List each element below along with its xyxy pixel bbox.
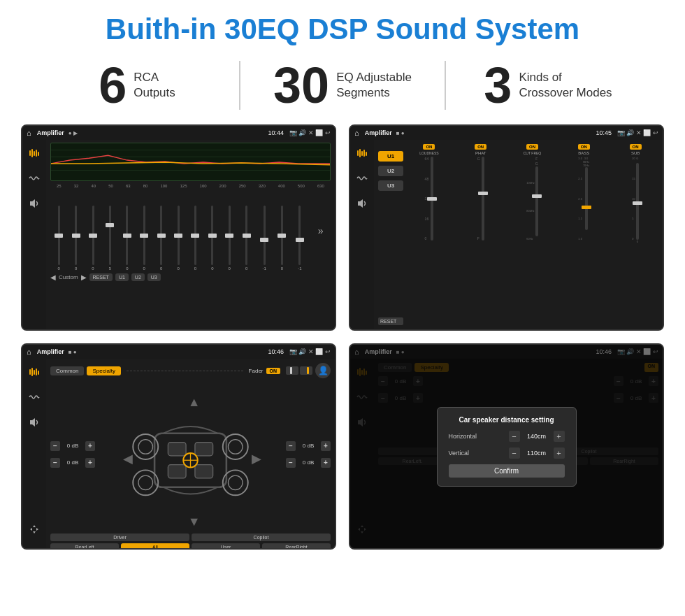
cutfreq-on-btn[interactable]: ON: [526, 144, 538, 150]
eq-prev-icon[interactable]: ◀: [50, 273, 56, 281]
fader-main: Common Specialty Fader ON 👤: [46, 359, 335, 548]
eq-sliders: 0 0 0 5 0: [50, 190, 331, 271]
eq-controls: ◀ Custom ▶ RESET U1 U2 U3: [50, 273, 331, 281]
eq-slider-col-9: 0: [194, 194, 196, 271]
arrows-icon-3[interactable]: [27, 522, 42, 537]
eq-main: 253240506380100125160200250320400500630 …: [46, 140, 335, 329]
btn-rearright[interactable]: RearRight: [262, 543, 331, 550]
horizontal-plus[interactable]: +: [554, 431, 565, 442]
btn-user[interactable]: User: [192, 543, 260, 550]
vol-minus-1[interactable]: −: [50, 441, 60, 451]
svg-rect-11: [361, 151, 363, 156]
eq-icon-3[interactable]: [27, 364, 42, 380]
status-icons-2: 📷 🔊 ✕ ⬜ ↩: [617, 129, 658, 136]
loudness-on-btn[interactable]: ON: [423, 144, 435, 150]
btn-row-bottom: Driver Copilot: [50, 533, 331, 541]
screen1-title: Amplifier: [37, 129, 64, 136]
svg-rect-10: [359, 149, 361, 157]
btn-rearleft[interactable]: RearLeft: [50, 543, 119, 550]
vol-minus-2[interactable]: −: [50, 458, 60, 468]
channel-sub: ON SUB 20151050 G 0: [612, 144, 658, 325]
eq-u1-btn[interactable]: U1: [115, 273, 129, 281]
eq-u2-btn[interactable]: U2: [131, 273, 145, 281]
wave-icon-2[interactable]: [354, 171, 370, 186]
eq-custom-label: Custom: [59, 274, 78, 280]
speaker-icon-2[interactable]: [354, 196, 370, 211]
eq-slider-col-2: 0: [75, 194, 77, 271]
home-icon-2[interactable]: ⌂: [354, 129, 359, 137]
fader-on-btn[interactable]: ON: [266, 368, 281, 374]
svg-point-32: [138, 440, 153, 454]
stat-crossover: 3 Kinds of Crossover Modes: [453, 60, 643, 110]
btn-driver[interactable]: Driver: [50, 533, 189, 541]
vol-plus-2[interactable]: +: [85, 458, 95, 468]
stat-number-rca: 6: [99, 60, 127, 110]
vertical-plus[interactable]: +: [554, 447, 565, 459]
tab-common[interactable]: Common: [50, 366, 84, 375]
vol-minus-3[interactable]: −: [286, 441, 296, 451]
horizontal-control: − 140cm +: [509, 431, 565, 442]
vol-minus-4[interactable]: −: [286, 458, 296, 468]
svg-rect-14: [29, 369, 31, 375]
vertical-label: Vertical: [449, 450, 470, 457]
svg-text:▼: ▼: [188, 515, 201, 529]
svg-rect-9: [357, 150, 359, 156]
bass-on-btn[interactable]: ON: [578, 144, 590, 150]
speaker-icon-3[interactable]: [27, 415, 42, 430]
wave-icon[interactable]: [27, 171, 42, 186]
stat-number-eq: 30: [273, 60, 329, 110]
vol-plus-4[interactable]: +: [321, 458, 331, 468]
preset-u2[interactable]: U2: [378, 166, 403, 176]
eq-icon-2[interactable]: [354, 145, 370, 161]
svg-point-34: [228, 440, 243, 454]
status-time-3: 10:46: [268, 348, 284, 355]
eq-slider-col-10: 0: [211, 194, 213, 271]
eq-slider-col-1: 0: [58, 194, 60, 271]
horizontal-value: 140cm: [523, 433, 551, 440]
eq-u3-btn[interactable]: U3: [147, 273, 161, 281]
preset-u1[interactable]: U1: [378, 151, 403, 162]
fader-user-icon[interactable]: 👤: [315, 363, 331, 378]
page-title: Buith-in 30EQ DSP Sound System: [0, 0, 685, 53]
svg-rect-12: [363, 150, 365, 157]
svg-rect-18: [38, 371, 39, 375]
eq-slider-col-11: 0: [229, 194, 231, 271]
mixer-reset-btn[interactable]: RESET: [378, 317, 403, 325]
vol-plus-1[interactable]: +: [85, 441, 95, 451]
speaker-icon[interactable]: [27, 196, 42, 211]
eq-slider-col-13: -1: [262, 194, 266, 271]
stat-text-rca: RCA Outputs: [134, 70, 175, 101]
eq-more-icon[interactable]: »: [318, 225, 324, 236]
horizontal-minus[interactable]: −: [509, 431, 520, 442]
home-icon-1[interactable]: ⌂: [27, 129, 31, 137]
stat-divider-1: [239, 61, 240, 110]
tab-specialty[interactable]: Specialty: [87, 366, 120, 375]
phat-on-btn[interactable]: ON: [475, 144, 486, 150]
eq-icon[interactable]: [27, 145, 42, 161]
btn-copilot[interactable]: Copilot: [192, 533, 331, 541]
eq-slider-col-6: 0: [143, 194, 145, 271]
bass-label: BASS: [578, 151, 589, 155]
btn-all[interactable]: All: [121, 543, 189, 550]
btn-row-bottom2: RearLeft All User RearRight: [50, 543, 331, 550]
sub-on-btn[interactable]: ON: [630, 144, 642, 150]
wave-icon-3[interactable]: [27, 389, 42, 405]
eq-next-icon[interactable]: ▶: [81, 273, 87, 281]
mixer-main: U1 U2 U3 RESET ON LOUDNESS 644832160: [374, 140, 663, 329]
home-icon-3[interactable]: ⌂: [27, 348, 31, 356]
svg-rect-3: [36, 150, 37, 157]
status-dots-1: ● ▶: [68, 130, 78, 136]
svg-rect-23: [195, 465, 213, 478]
status-bar-2: ⌂ Amplifier ■ ● 10:45 📷 🔊 ✕ ⬜ ↩: [350, 126, 663, 140]
svg-text:◀: ◀: [123, 452, 133, 466]
channel-loudness: ON LOUDNESS 644832160: [406, 144, 452, 325]
svg-text:▶: ▶: [252, 452, 261, 466]
fader-tabs: Common Specialty Fader ON 👤: [50, 363, 331, 378]
vertical-minus[interactable]: −: [509, 447, 520, 459]
eq-reset-btn[interactable]: RESET: [89, 273, 113, 281]
preset-u3[interactable]: U3: [378, 180, 403, 191]
vol-plus-3[interactable]: +: [321, 441, 331, 451]
dialog-title: Car speaker distance setting: [449, 416, 565, 424]
eq-slider-col-4: 5: [109, 194, 111, 271]
confirm-button[interactable]: Confirm: [449, 464, 565, 478]
